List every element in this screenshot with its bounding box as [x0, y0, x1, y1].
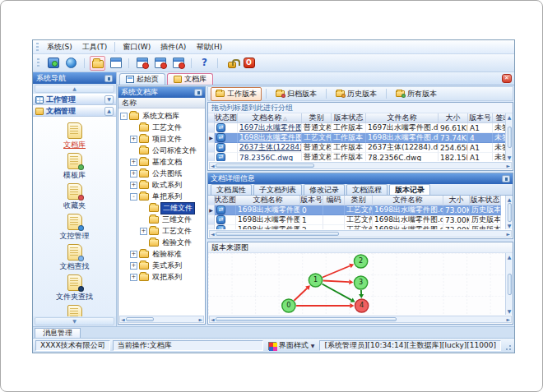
close-doc-button-3[interactable] — [170, 56, 186, 71]
tree-node[interactable]: +检验标准 — [118, 248, 205, 260]
tab-doc-properties[interactable]: 文档属性 — [211, 184, 252, 195]
expander-icon[interactable]: + — [130, 251, 137, 258]
sidebar-item-doc-library[interactable]: 文档库 — [36, 122, 113, 150]
work-version-button[interactable]: 工作版本 — [211, 87, 262, 101]
desktop-button[interactable] — [45, 56, 61, 71]
table-row[interactable]: ⇄ 2637主体(12284).dwg 普通文档 工作版本 2637主体(122… — [208, 143, 505, 153]
toolbar-grip[interactable] — [37, 58, 39, 67]
table-row-selected[interactable]: ▶ ⇄ 1698出水嘴零件图.dwg 0 工艺文件 1698出水嘴零件图.dwg… — [208, 205, 505, 215]
close-doc-button-2[interactable] — [152, 56, 168, 71]
grid-horizontal-scrollbar[interactable]: ◄► — [209, 230, 512, 238]
tree-node[interactable]: 工艺文件 — [118, 122, 205, 133]
close-tab-button[interactable]: ✕ — [502, 74, 512, 83]
sidebar-item-doc-search[interactable]: 文档查找 — [36, 244, 113, 272]
grid-horizontal-scrollbar[interactable]: ◄► — [209, 162, 512, 169]
column-header[interactable]: 文档名称 — [236, 196, 300, 205]
sidebar-item-doc-control[interactable]: 文控管理 — [36, 214, 113, 242]
sidebar-section-doc[interactable]: 文档管理 ▲ — [33, 105, 116, 117]
column-header[interactable]: 签出状态 — [493, 113, 505, 123]
sidebar-section-work[interactable]: 工作管理 ▼ — [33, 94, 116, 105]
tree-node[interactable]: -单把系列 — [118, 191, 205, 202]
chevron-up-icon[interactable]: ▲ — [104, 107, 114, 116]
column-header[interactable]: 状态图 — [215, 113, 238, 123]
menu-system[interactable]: 系统(S) — [42, 41, 77, 53]
column-header[interactable]: 文件名称 — [373, 196, 443, 205]
column-header[interactable]: 版本状态 — [332, 113, 366, 123]
expander-icon[interactable]: + — [130, 274, 137, 281]
expander-icon[interactable]: - — [130, 193, 137, 201]
scroll-thumb[interactable] — [216, 232, 339, 236]
expander-icon[interactable]: + — [130, 182, 137, 189]
tree-node[interactable]: 公司标准文件 — [118, 145, 205, 156]
column-header[interactable]: 编码 — [323, 196, 345, 205]
table-row[interactable]: ⇄ 1698出水嘴零件图.dwg 2 工艺文件 1698出水嘴零件图.dwg 7… — [208, 225, 505, 229]
sidebar-item-checked-out-docs[interactable]: 签出的文档 — [36, 305, 113, 316]
menu-plugins[interactable]: 插件(A) — [155, 41, 191, 53]
column-header[interactable]: 大小 — [439, 113, 468, 123]
group-by-panel[interactable]: 拖动列标题到此进行分组 — [208, 103, 513, 113]
graph-vertical-scrollbar[interactable]: ▲▼ — [505, 253, 513, 315]
tree-node[interactable]: 三维文件 — [118, 214, 205, 225]
tree-column-header[interactable]: 名称 — [118, 98, 205, 108]
open-library-button[interactable] — [90, 56, 105, 71]
expander-icon[interactable]: + — [130, 136, 137, 143]
tree-node[interactable]: +公共图纸 — [118, 168, 205, 179]
tab-subdoc-list[interactable]: 子文档列表 — [253, 184, 302, 195]
sidebar-scroll-down[interactable]: ▼ — [35, 317, 114, 325]
help-button[interactable]: ? — [197, 56, 212, 71]
expander-icon[interactable]: + — [130, 159, 137, 166]
column-header-sorted[interactable]: 文档名称△ — [238, 113, 302, 123]
tree-node-selected[interactable]: 二维文件 — [118, 202, 205, 214]
menu-window[interactable]: 窗口(W) — [118, 41, 155, 53]
pin-icon[interactable] — [502, 175, 510, 182]
tree-node[interactable]: +欧式系列 — [118, 179, 205, 191]
tree-node[interactable]: +工艺文件 — [118, 225, 205, 237]
grid-vertical-scrollbar[interactable]: ▲▼ — [505, 113, 513, 161]
sidebar-item-folder-search[interactable]: 文件夹查找 — [36, 274, 113, 302]
scroll-thumb[interactable] — [508, 203, 512, 222]
tree-horizontal-scrollbar[interactable]: ◄► — [119, 316, 204, 323]
tree-node[interactable]: 检验文件 — [118, 237, 205, 248]
menu-help[interactable]: 帮助(H) — [191, 41, 227, 53]
tab-change-records[interactable]: 修改记录 — [304, 184, 345, 195]
sidebar-item-favorites[interactable]: 收藏夹 — [36, 183, 113, 211]
pin-icon[interactable] — [194, 89, 202, 96]
table-row-selected[interactable]: ▶ ⇄ 1698出水嘴零件图.dwg 工艺文件 工作版本 1698出水嘴零件图.… — [208, 133, 505, 143]
column-header[interactable]: 版本状态 — [470, 196, 501, 205]
version-graph[interactable]: 01234 — [208, 253, 505, 320]
grid-vertical-scrollbar[interactable]: ▲▼ — [505, 196, 513, 229]
sidebar-item-template-library[interactable]: 模板库 — [36, 153, 113, 181]
lock-button[interactable] — [223, 56, 239, 71]
menu-tools[interactable]: 工具(T) — [77, 41, 113, 53]
history-version-button[interactable]: 历史版本 — [331, 87, 382, 101]
tree-node[interactable]: +双把系列 — [118, 271, 205, 283]
ui-style-button[interactable]: 界面样式 ▼ — [266, 340, 318, 351]
graph-horizontal-scrollbar[interactable]: ◄► — [209, 316, 512, 323]
scroll-thumb[interactable] — [508, 127, 512, 148]
column-header[interactable]: 状态图 — [215, 196, 236, 205]
expander-icon[interactable]: + — [130, 170, 137, 178]
table-row[interactable]: ⇄ 1697出水嘴零件图.dwg 普通文档 工作版本 1697出水嘴零件图.dw… — [208, 123, 505, 133]
resize-grip[interactable] — [504, 340, 512, 351]
chevron-down-icon[interactable]: ▼ — [104, 95, 114, 104]
column-header[interactable]: 类别 — [345, 196, 373, 205]
exit-button[interactable]: O — [241, 56, 257, 71]
scroll-thumb[interactable] — [216, 317, 397, 321]
toolbar-grip[interactable] — [36, 43, 39, 52]
expander-icon[interactable]: + — [130, 262, 137, 270]
sidebar-scroll-up[interactable]: ▲ — [35, 85, 114, 93]
all-version-button[interactable]: 所有版本 — [391, 87, 442, 101]
column-header[interactable]: 版本号 — [468, 113, 493, 123]
column-header[interactable]: 版本号 — [300, 196, 323, 205]
scroll-thumb[interactable] — [508, 274, 512, 295]
archived-version-button[interactable]: 归档版本 — [271, 87, 322, 101]
column-header[interactable]: 文件名称 — [366, 113, 439, 123]
window-button[interactable] — [108, 56, 123, 71]
column-header[interactable]: 类别 — [302, 113, 332, 123]
close-doc-button-1[interactable] — [134, 56, 150, 71]
tree-node[interactable]: +基准文档 — [118, 156, 205, 168]
tab-start-page[interactable]: 起始页 — [119, 73, 165, 85]
pin-icon[interactable] — [104, 75, 113, 82]
scroll-thumb[interactable] — [216, 164, 314, 168]
tree-node[interactable]: -系统文档库 — [118, 110, 205, 122]
